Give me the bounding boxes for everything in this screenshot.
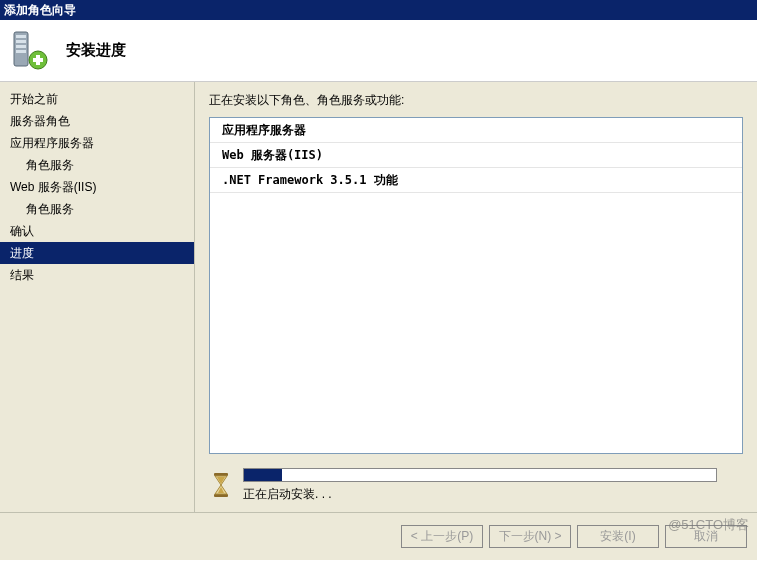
progress-column: 正在启动安装. . . — [243, 468, 743, 503]
sidebar-item-app-server: 应用程序服务器 — [0, 132, 194, 154]
svg-rect-2 — [16, 40, 26, 43]
svg-rect-7 — [33, 58, 43, 62]
progress-status-text: 正在启动安装. . . — [243, 486, 743, 503]
cancel-button[interactable]: 取消 — [665, 525, 747, 548]
sidebar-item-server-roles: 服务器角色 — [0, 110, 194, 132]
wizard-button-bar: < 上一步(P) 下一步(N) > 安装(I) 取消 — [0, 512, 757, 560]
progress-row: 正在启动安装. . . — [209, 462, 743, 508]
wizard-sidebar: 开始之前 服务器角色 应用程序服务器 角色服务 Web 服务器(IIS) 角色服… — [0, 82, 195, 512]
sidebar-item-results: 结果 — [0, 264, 194, 286]
server-wizard-icon — [8, 30, 48, 72]
instruction-text: 正在安装以下角色、角色服务或功能: — [209, 92, 743, 109]
sidebar-item-before-begin: 开始之前 — [0, 88, 194, 110]
list-item: Web 服务器(IIS) — [210, 143, 742, 168]
install-button[interactable]: 安装(I) — [577, 525, 659, 548]
list-item: 应用程序服务器 — [210, 118, 742, 143]
progress-bar — [243, 468, 717, 482]
progress-bar-fill — [244, 469, 282, 481]
hourglass-icon — [211, 472, 231, 498]
prev-button[interactable]: < 上一步(P) — [401, 525, 483, 548]
list-item: .NET Framework 3.5.1 功能 — [210, 168, 742, 193]
main-pane: 正在安装以下角色、角色服务或功能: 应用程序服务器 Web 服务器(IIS) .… — [195, 82, 757, 512]
page-title: 安装进度 — [66, 41, 126, 60]
sidebar-item-confirm: 确认 — [0, 220, 194, 242]
next-button[interactable]: 下一步(N) > — [489, 525, 571, 548]
sidebar-item-web-server-iis: Web 服务器(IIS) — [0, 176, 194, 198]
header-panel: 安装进度 — [0, 20, 757, 82]
svg-rect-3 — [16, 45, 26, 48]
svg-rect-1 — [16, 35, 26, 38]
install-items-list: 应用程序服务器 Web 服务器(IIS) .NET Framework 3.5.… — [209, 117, 743, 454]
svg-rect-4 — [16, 50, 26, 53]
sidebar-item-role-services-2: 角色服务 — [0, 198, 194, 220]
sidebar-item-progress: 进度 — [0, 242, 194, 264]
window-titlebar: 添加角色向导 — [0, 0, 757, 20]
wizard-body: 开始之前 服务器角色 应用程序服务器 角色服务 Web 服务器(IIS) 角色服… — [0, 82, 757, 512]
window-title: 添加角色向导 — [4, 3, 76, 17]
sidebar-item-role-services-1: 角色服务 — [0, 154, 194, 176]
